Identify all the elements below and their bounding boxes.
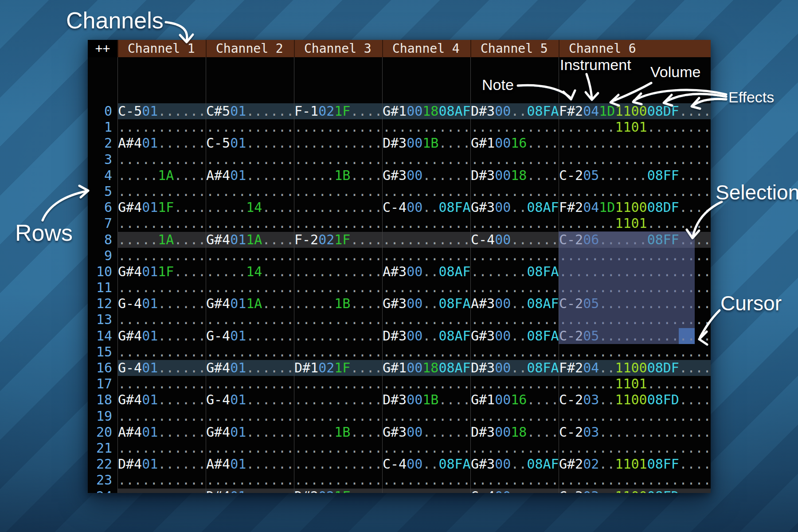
pattern-cell[interactable]: ........... — [206, 248, 294, 264]
pattern-cell[interactable]: ........... — [294, 184, 382, 200]
pattern-cell[interactable]: ................... — [559, 135, 711, 151]
pattern-cell[interactable]: D#300..08FA — [470, 360, 559, 376]
pattern-row[interactable]: 7.......................................… — [88, 215, 711, 231]
pattern-cell[interactable]: ........... — [294, 152, 382, 168]
pattern-cell[interactable]: ........... — [294, 392, 382, 408]
pattern-cell[interactable]: ........... — [470, 152, 559, 168]
pattern-row[interactable]: 18G#401......G-401.................D#300… — [88, 392, 711, 408]
pattern-cell[interactable]: ........... — [117, 408, 206, 424]
pattern-cell[interactable]: G-401...... — [206, 328, 294, 344]
pattern-cell[interactable]: ........... — [117, 440, 206, 456]
pattern-cell[interactable]: D#401...... — [117, 456, 206, 472]
pattern-cell[interactable]: G#300...... — [382, 168, 470, 184]
pattern-row[interactable]: 5.......................................… — [88, 184, 711, 200]
pattern-cell[interactable]: D#300..08AF — [382, 328, 470, 344]
pattern-cell[interactable]: ........... — [382, 489, 470, 493]
pattern-cell[interactable]: ........... — [470, 440, 559, 456]
pattern-cell[interactable]: ........... — [294, 264, 382, 280]
pattern-cell[interactable]: ........... — [294, 472, 382, 488]
pattern-cell[interactable]: G#10016.... — [470, 135, 559, 151]
pattern-row[interactable]: 0C-501......C#501......F-1021F....G#1001… — [88, 103, 711, 119]
pattern-cell[interactable]: .....14.... — [206, 264, 294, 280]
pattern-cell[interactable]: C-501...... — [117, 103, 206, 119]
pattern-cell[interactable]: G#300..08FA — [470, 328, 559, 344]
pattern-cell[interactable]: ........... — [206, 215, 294, 231]
pattern-cell[interactable]: F#2041D110008DF.... — [559, 103, 711, 119]
channel-header-3[interactable]: Channel 3 — [294, 40, 382, 57]
pattern-cell[interactable]: D#3001B.... — [382, 135, 470, 151]
pattern-row[interactable]: 19......................................… — [88, 408, 711, 424]
pattern-cell[interactable]: ........... — [382, 472, 470, 488]
pattern-cell[interactable]: ................... — [559, 344, 711, 360]
pattern-cell[interactable]: ........... — [382, 184, 470, 200]
pattern-cell[interactable]: ................... — [559, 408, 711, 424]
pattern-cell[interactable]: ........... — [294, 135, 382, 151]
pattern-cell[interactable]: .......08FA — [470, 264, 559, 280]
pattern-cell[interactable]: G#1001808AF — [382, 360, 470, 376]
pattern-row[interactable]: 24...........D#401......D#2021F.........… — [88, 489, 711, 493]
pattern-cell[interactable]: ........... — [206, 184, 294, 200]
pattern-cell[interactable]: ........... — [206, 472, 294, 488]
pattern-cell[interactable]: C#501...... — [206, 103, 294, 119]
pattern-cell[interactable]: ........... — [206, 344, 294, 360]
pattern-cell[interactable]: ........... — [117, 376, 206, 392]
channel-header-2[interactable]: Channel 2 — [206, 40, 294, 57]
pattern-cell[interactable]: G#4011F.... — [117, 200, 206, 215]
pattern-row[interactable]: 1.......................................… — [88, 119, 711, 135]
channel-header-1[interactable]: Channel 1 — [117, 40, 206, 57]
pattern-cell[interactable]: G#401...... — [117, 392, 206, 408]
pattern-cell[interactable]: ........... — [294, 376, 382, 392]
pattern-cell[interactable]: A#401...... — [206, 456, 294, 472]
pattern-cell[interactable]: C-203..110008FD.... — [559, 392, 711, 408]
pattern-row[interactable]: 21......................................… — [88, 440, 711, 456]
pattern-cell[interactable]: A#300..08AF — [382, 264, 470, 280]
pattern-cell[interactable]: ........... — [206, 440, 294, 456]
pattern-cell[interactable]: A#401...... — [117, 424, 206, 440]
pattern-cell[interactable]: G#202..110108FF.... — [559, 456, 711, 472]
pattern-cell[interactable]: C-205......08FF.... — [559, 168, 711, 184]
pattern-cell[interactable]: ........... — [470, 119, 559, 135]
pattern-cell[interactable]: C-400..08FA — [382, 200, 470, 215]
pattern-cell[interactable]: .....1B.... — [294, 296, 382, 312]
pattern-cell[interactable]: G#300..08FA — [382, 296, 470, 312]
pattern-cell[interactable]: G-400...... — [470, 489, 559, 493]
pattern-cell[interactable]: ........... — [294, 280, 382, 296]
pattern-cell[interactable]: .......1101........ — [559, 119, 711, 135]
pattern-cell[interactable]: D#30018.... — [470, 424, 559, 440]
pattern-cell[interactable]: ........... — [117, 489, 206, 493]
pattern-cell[interactable]: G#1001808AF — [382, 103, 470, 119]
pattern-cell[interactable]: ........... — [470, 280, 559, 296]
pattern-cell[interactable]: ........... — [382, 152, 470, 168]
pattern-cell[interactable]: .......1101........ — [559, 376, 711, 392]
pattern-cell[interactable]: ........... — [382, 248, 470, 264]
pattern-cell[interactable]: ........... — [470, 408, 559, 424]
pattern-cell[interactable]: G#401...... — [206, 360, 294, 376]
pattern-cell[interactable]: ........... — [382, 215, 470, 231]
pattern-cell[interactable]: G#401...... — [117, 328, 206, 344]
pattern-row[interactable]: 3.......................................… — [88, 152, 711, 168]
pattern-cell[interactable]: C-303..110008FD.... — [559, 489, 711, 493]
pattern-cell[interactable]: ........... — [294, 200, 382, 215]
pattern-row[interactable]: 17......................................… — [88, 376, 711, 392]
pattern-cell[interactable]: C-501...... — [206, 135, 294, 151]
pattern-cell[interactable]: D#3001B.... — [382, 392, 470, 408]
pattern-cell[interactable]: G#401...... — [206, 424, 294, 440]
pattern-cell[interactable]: ........... — [294, 248, 382, 264]
pattern-cell[interactable]: ........... — [470, 215, 559, 231]
pattern-cell[interactable]: G#4011A.... — [206, 296, 294, 312]
pattern-cell[interactable]: G#300..08AF — [470, 456, 559, 472]
pattern-cell[interactable]: ........... — [470, 184, 559, 200]
pattern-cell[interactable]: ........... — [117, 152, 206, 168]
pattern-row[interactable]: 20A#401......G#401...........1B....G#300… — [88, 424, 711, 440]
pattern-cell[interactable]: G#300..08AF — [470, 200, 559, 215]
pattern-cell[interactable]: G-401...... — [117, 360, 206, 376]
pattern-cell[interactable]: .....1A.... — [117, 232, 206, 248]
pattern-row[interactable]: 4.....1A....A#401...........1B....G#300.… — [88, 168, 711, 184]
pattern-cell[interactable]: ........... — [382, 376, 470, 392]
pattern-cell[interactable]: ........... — [470, 312, 559, 328]
channel-header-5[interactable]: Channel 5 — [470, 40, 559, 57]
pattern-cell[interactable]: G#4011A.... — [206, 232, 294, 248]
pattern-cell[interactable]: F-2021F.... — [294, 232, 382, 248]
pattern-cell[interactable]: ................... — [559, 184, 711, 200]
pattern-cell[interactable]: ........... — [382, 408, 470, 424]
